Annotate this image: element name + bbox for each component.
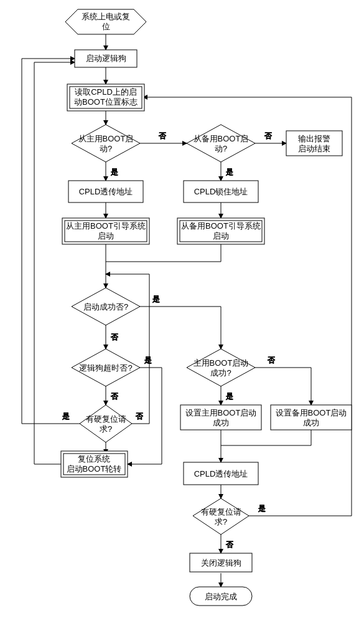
edge-yes: 是 xyxy=(152,295,160,303)
svg-text:启动: 启动 xyxy=(213,231,229,240)
node-cpld-lock: CPLD锁住地址 xyxy=(184,181,258,202)
edge-yes: 是 xyxy=(226,392,233,401)
svg-text:成功?: 成功? xyxy=(210,368,231,378)
edge-no: 否 xyxy=(268,356,275,364)
node-boot-ok: 启动成功否? xyxy=(72,288,140,325)
svg-text:设置主用BOOT启动: 设置主用BOOT启动 xyxy=(185,408,257,417)
edge-no: 否 xyxy=(226,540,233,549)
edge-yes: 是 xyxy=(226,168,233,176)
node-reset-rotate: 复位系统 启动BOOT轮转 xyxy=(61,451,128,477)
node-boot-backup: 从备用BOOT引导系统 启动 xyxy=(177,218,264,244)
svg-text:CPLD透传地址: CPLD透传地址 xyxy=(79,187,133,196)
node-cpld-pass: CPLD透传地址 xyxy=(68,181,143,202)
svg-text:从备用BOOT启: 从备用BOOT启 xyxy=(194,134,249,143)
svg-text:启动完成: 启动完成 xyxy=(205,592,237,601)
svg-text:从主用BOOT启: 从主用BOOT启 xyxy=(78,134,134,143)
edge-no: 否 xyxy=(111,392,118,401)
node-close-dog: 关闭逻辑狗 xyxy=(190,553,252,572)
svg-text:读取CPLD上的启: 读取CPLD上的启 xyxy=(75,87,137,97)
svg-text:动?: 动? xyxy=(100,144,112,153)
svg-text:关闭逻辑狗: 关闭逻辑狗 xyxy=(201,558,241,568)
svg-text:成功: 成功 xyxy=(213,418,229,427)
node-done: 启动完成 xyxy=(190,587,252,606)
svg-text:输出报警: 输出报警 xyxy=(298,134,330,143)
node-alarm: 输出报警 启动结束 xyxy=(286,131,342,156)
svg-text:主用BOOT启动: 主用BOOT启动 xyxy=(194,358,249,368)
edge-no: 否 xyxy=(159,131,166,140)
edge-no: 否 xyxy=(111,333,118,341)
edge-yes: 是 xyxy=(258,504,266,513)
svg-text:CPLD透传地址: CPLD透传地址 xyxy=(194,469,248,478)
edge-yes: 是 xyxy=(62,412,70,421)
svg-text:复位系统: 复位系统 xyxy=(78,454,110,464)
svg-text:CPLD锁住地址: CPLD锁住地址 xyxy=(194,187,248,196)
node-set-main-ok: 设置主用BOOT启动 成功 xyxy=(180,405,261,430)
svg-text:有硬复位请: 有硬复位请 xyxy=(201,507,241,516)
svg-text:求?: 求? xyxy=(215,517,227,526)
edge-no: 否 xyxy=(264,131,272,140)
node-cpld-pass-2: CPLD透传地址 xyxy=(184,462,258,485)
svg-text:位: 位 xyxy=(102,22,110,31)
svg-text:求?: 求? xyxy=(100,424,112,434)
svg-text:从备用BOOT引导系统: 从备用BOOT引导系统 xyxy=(181,221,261,231)
edge-no: 否 xyxy=(136,412,143,421)
svg-text:启动: 启动 xyxy=(98,231,114,240)
node-from-main: 从主用BOOT启 动? xyxy=(72,125,140,162)
svg-text:启动成功否?: 启动成功否? xyxy=(83,302,128,312)
svg-text:有硬复位请: 有硬复位请 xyxy=(86,414,126,424)
flowchart: 是 否 是 否 是 否 是 否 否 是 xyxy=(0,0,364,623)
svg-text:启动逻辑狗: 启动逻辑狗 xyxy=(86,54,126,63)
svg-text:启动结束: 启动结束 xyxy=(298,144,330,153)
edge-yes: 是 xyxy=(144,356,152,364)
svg-text:设置备用BOOT启动: 设置备用BOOT启动 xyxy=(276,408,347,417)
svg-text:从主用BOOT引导系统: 从主用BOOT引导系统 xyxy=(66,221,146,231)
node-from-backup: 从备用BOOT启 动? xyxy=(187,125,255,162)
svg-text:动BOOT位置标志: 动BOOT位置标志 xyxy=(74,97,138,107)
node-read-flag: 读取CPLD上的启 动BOOT位置标志 xyxy=(67,84,144,111)
svg-text:动?: 动? xyxy=(215,144,227,153)
node-hard-reset-2: 有硬复位请 求? xyxy=(193,498,249,535)
edge-yes: 是 xyxy=(111,168,118,176)
svg-text:系统上电或复: 系统上电或复 xyxy=(82,12,130,21)
svg-text:启动BOOT轮转: 启动BOOT轮转 xyxy=(67,464,122,473)
svg-text:成功: 成功 xyxy=(303,418,319,427)
node-boot-main: 从主用BOOT引导系统 启动 xyxy=(62,218,149,244)
node-start: 系统上电或复 位 xyxy=(65,9,146,34)
node-set-backup-ok: 设置备用BOOT启动 成功 xyxy=(271,405,352,430)
node-dog-timeout: 逻辑狗超时否? xyxy=(72,349,140,386)
node-main-boot-ok: 主用BOOT启动 成功? xyxy=(187,349,255,386)
svg-text:逻辑狗超时否?: 逻辑狗超时否? xyxy=(79,363,132,373)
node-hard-reset-1: 有硬复位请 求? xyxy=(80,405,132,442)
node-start-logic-dog: 启动逻辑狗 xyxy=(75,50,137,67)
